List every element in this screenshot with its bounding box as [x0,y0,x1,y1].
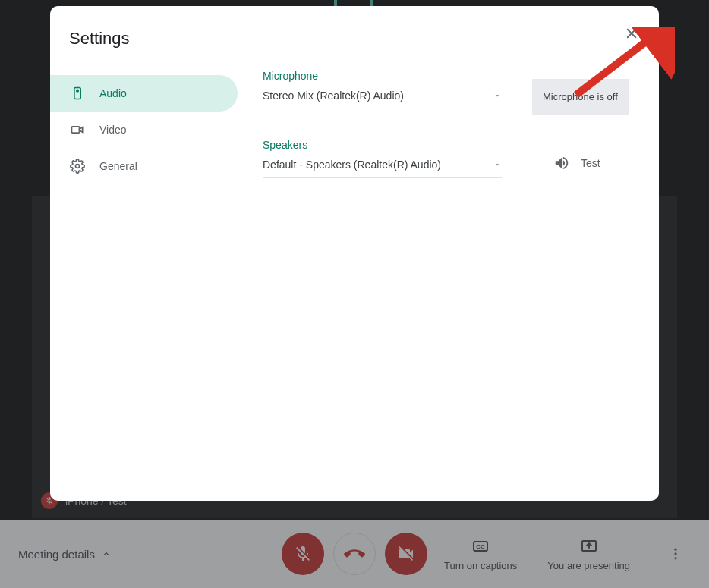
sidebar-audio-label: Audio [99,87,127,99]
sidebar-item-general[interactable]: General [50,148,238,184]
svg-point-9 [76,165,80,168]
speakers-label: Speakers [263,139,502,151]
video-icon [69,121,86,138]
sidebar-general-label: General [99,160,137,172]
speaker-icon [553,155,570,171]
settings-title: Settings [50,29,244,49]
chevron-down-icon [493,160,502,169]
microphone-dropdown[interactable]: Stereo Mix (Realtek(R) Audio) [263,90,502,108]
speakers-group: Speakers Default - Speakers (Realtek(R) … [263,139,641,178]
close-button[interactable] [616,18,647,49]
settings-sidebar: Settings Audio Video General [50,6,244,501]
settings-main: Microphone Stereo Mix (Realtek(R) Audio)… [244,6,659,501]
test-label: Test [581,157,600,169]
test-speakers-button[interactable]: Test [532,155,600,171]
microphone-group: Microphone Stereo Mix (Realtek(R) Audio)… [263,70,641,115]
svg-point-7 [77,90,79,92]
microphone-label: Microphone [263,70,502,82]
sidebar-video-label: Video [99,124,127,136]
speakers-value: Default - Speakers (Realtek(R) Audio) [263,159,441,171]
svg-rect-8 [72,127,80,133]
speakers-dropdown[interactable]: Default - Speakers (Realtek(R) Audio) [263,159,502,178]
sidebar-item-audio[interactable]: Audio [50,75,238,112]
chevron-down-icon [493,91,502,100]
audio-icon [69,85,86,102]
microphone-status: Microphone is off [532,79,629,115]
sidebar-item-video[interactable]: Video [50,112,238,148]
microphone-value: Stereo Mix (Realtek(R) Audio) [263,90,404,102]
gear-icon [69,158,86,175]
close-icon [623,25,640,42]
settings-dialog: Settings Audio Video General [50,6,659,501]
